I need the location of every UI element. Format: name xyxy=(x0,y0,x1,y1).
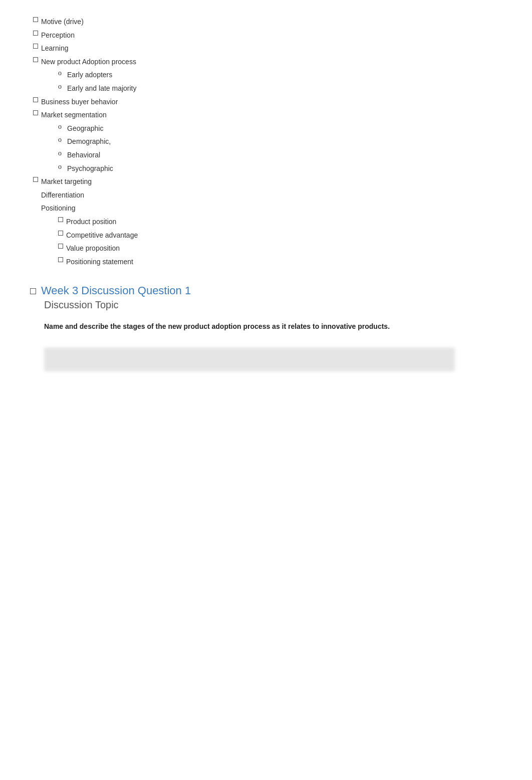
bullet-product-position xyxy=(58,217,63,222)
list-text-geographic: Geographic xyxy=(67,122,103,135)
bullet-business-buyer xyxy=(33,97,38,102)
list-item-product-position: Product position xyxy=(30,215,502,229)
bullet-psychographic: o xyxy=(58,162,64,172)
list-text-value-proposition: Value proposition xyxy=(66,242,120,255)
list-text-market-segmentation: Market segmentation xyxy=(41,108,107,122)
list-text-differentiation: Differentiation xyxy=(41,188,84,202)
list-text-motive: Motive (drive) xyxy=(41,15,84,29)
list-text-market-targeting: Market targeting xyxy=(41,175,92,188)
bullet-positioning-statement xyxy=(58,257,63,262)
list-text-behavioral: Behavioral xyxy=(67,148,100,162)
list-item-positioning: Positioning xyxy=(30,202,502,215)
week-heading: Week 3 Discussion Question 1 xyxy=(30,284,502,297)
outline-list: Motive (drive)PerceptionLearningNew prod… xyxy=(30,15,502,268)
bullet-market-segmentation xyxy=(33,110,38,115)
list-text-product-position: Product position xyxy=(66,215,116,229)
week-section: Week 3 Discussion Question 1 Discussion … xyxy=(30,284,502,371)
week-square-icon xyxy=(30,288,36,294)
discussion-topic: Discussion Topic xyxy=(44,299,502,311)
list-item-early-late-majority: oEarly and late majority xyxy=(30,82,502,95)
list-item-behavioral: oBehavioral xyxy=(30,148,502,162)
list-text-business-buyer: Business buyer behavior xyxy=(41,95,118,109)
list-item-market-targeting: Market targeting xyxy=(30,175,502,188)
list-item-psychographic: oPsychographic xyxy=(30,162,502,175)
bullet-motive xyxy=(33,17,38,22)
list-item-early-adopters: oEarly adopters xyxy=(30,68,502,82)
bullet-early-late-majority: o xyxy=(58,82,64,92)
blurred-content xyxy=(44,347,455,371)
list-item-geographic: oGeographic xyxy=(30,122,502,135)
list-item-value-proposition: Value proposition xyxy=(30,242,502,255)
list-text-psychographic: Psychographic xyxy=(67,162,113,175)
list-item-business-buyer: Business buyer behavior xyxy=(30,95,502,109)
question-body: Name and describe the stages of the new … xyxy=(44,321,455,332)
bullet-competitive-advantage xyxy=(58,231,63,236)
list-text-learning: Learning xyxy=(41,42,69,55)
list-item-new-product: New product Adoption process xyxy=(30,55,502,69)
list-item-motive: Motive (drive) xyxy=(30,15,502,29)
list-item-market-segmentation: Market segmentation xyxy=(30,108,502,122)
list-item-demographic: oDemographic, xyxy=(30,135,502,148)
list-text-perception: Perception xyxy=(41,29,75,42)
list-item-learning: Learning xyxy=(30,42,502,55)
bullet-new-product xyxy=(33,57,38,62)
bullet-geographic: o xyxy=(58,122,64,132)
list-item-differentiation: Differentiation xyxy=(30,188,502,202)
bullet-market-targeting xyxy=(33,177,38,182)
list-text-demographic: Demographic, xyxy=(67,135,111,148)
list-text-early-adopters: Early adopters xyxy=(67,68,112,82)
bullet-early-adopters: o xyxy=(58,68,64,78)
list-text-early-late-majority: Early and late majority xyxy=(67,82,137,95)
list-text-positioning-statement: Positioning statement xyxy=(66,255,133,269)
list-item-competitive-advantage: Competitive advantage xyxy=(30,229,502,242)
list-text-new-product: New product Adoption process xyxy=(41,55,136,69)
bullet-behavioral: o xyxy=(58,148,64,158)
bullet-perception xyxy=(33,31,38,36)
week-title: Week 3 Discussion Question 1 xyxy=(41,284,191,297)
bullet-value-proposition xyxy=(58,244,63,249)
list-item-positioning-statement: Positioning statement xyxy=(30,255,502,269)
list-text-competitive-advantage: Competitive advantage xyxy=(66,229,138,242)
list-item-perception: Perception xyxy=(30,29,502,42)
bullet-learning xyxy=(33,44,38,49)
bullet-demographic: o xyxy=(58,135,64,145)
list-text-positioning: Positioning xyxy=(41,202,76,215)
